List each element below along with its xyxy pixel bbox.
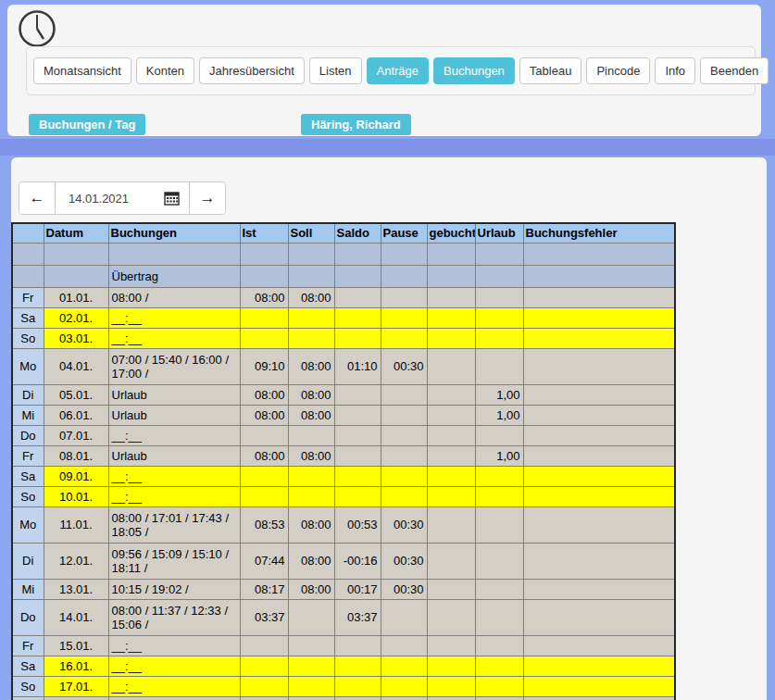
table-row: Mi13.01.10:15 / 19:02 /08:1708:0000:1700… — [12, 579, 675, 599]
bookings-cell[interactable]: 09:56 / 15:09 / 15:10 / 18:11 / — [108, 543, 240, 579]
table-row: Fr01.01.08:00 /08:0008:00 — [12, 287, 675, 307]
date-cell: 11.01. — [44, 506, 108, 543]
pause-cell — [381, 405, 427, 425]
urlaub-cell: 1,00 — [475, 384, 523, 405]
gebucht-cell — [427, 425, 475, 445]
pause-cell — [381, 307, 427, 328]
empty-cell — [12, 243, 44, 265]
soll-cell: 08:00 — [288, 579, 334, 599]
urlaub-cell: 1,00 — [475, 445, 523, 466]
gebucht-cell — [427, 486, 475, 506]
pause-cell — [381, 696, 427, 700]
toolbar-button-tableau[interactable]: Tableau — [519, 57, 582, 84]
toolbar-button-antr-ge[interactable]: Anträge — [367, 57, 430, 84]
column-header-ist: Ist — [240, 223, 288, 243]
empty-cell — [475, 243, 523, 265]
prev-day-button[interactable]: ← — [19, 182, 55, 214]
table-row: Di12.01.09:56 / 15:09 / 15:10 / 18:11 /0… — [12, 543, 675, 579]
uebertrag-cell: Übertrag — [108, 265, 240, 287]
toolbar-button-konten[interactable]: Konten — [136, 57, 194, 84]
toolbar-button-info[interactable]: Info — [655, 57, 695, 84]
toolbar-button-listen[interactable]: Listen — [309, 57, 362, 84]
bookings-cell[interactable]: __:__ — [108, 656, 240, 676]
gebucht-cell — [427, 287, 475, 307]
toolbar-button-monatsansicht[interactable]: Monatsansicht — [33, 57, 131, 84]
saldo-cell — [334, 656, 381, 676]
bookings-cell[interactable]: Urlaub — [108, 405, 240, 425]
toolbar-button-buchungen[interactable]: Buchungen — [433, 57, 515, 84]
saldo-cell: 03:37 — [334, 599, 381, 635]
pause-cell — [381, 425, 427, 445]
date-cell: 08.01. — [44, 445, 108, 466]
day-cell: Mo — [12, 348, 44, 384]
bookings-cell[interactable]: __:__ — [108, 425, 240, 445]
urlaub-cell: 1,00 — [475, 405, 523, 425]
day-cell: Sa — [12, 656, 44, 676]
table-row: Fr15.01.__:__ — [12, 635, 675, 656]
day-cell: Di — [12, 543, 44, 579]
gebucht-cell — [427, 466, 475, 486]
day-cell: So — [12, 328, 44, 348]
user-chip[interactable]: Häring, Richard — [301, 114, 411, 135]
date-cell: 18.01. — [44, 696, 108, 700]
fehler-cell — [523, 425, 675, 445]
fehler-cell — [523, 656, 675, 676]
bookings-cell[interactable]: Urlaub — [108, 384, 240, 405]
table-row: So10.01.__:__ — [12, 486, 675, 506]
gebucht-cell — [427, 348, 475, 384]
bookings-cell[interactable]: 08:00 / 17:01 / 17:43 / 18:05 / — [108, 506, 240, 543]
bookings-cell[interactable]: __:__ — [108, 676, 240, 696]
urlaub-cell — [475, 328, 523, 348]
fehler-cell — [523, 445, 675, 466]
date-cell: 04.01. — [44, 348, 108, 384]
day-cell: So — [12, 486, 44, 506]
soll-cell — [288, 635, 334, 656]
date-cell: 14.01. — [44, 599, 108, 635]
saldo-cell: 00:17 — [334, 579, 381, 599]
date-field[interactable]: 14.01.2021 — [55, 182, 190, 214]
bookings-cell[interactable]: Urlaub — [108, 445, 240, 466]
table-row: So03.01.__:__ — [12, 328, 675, 348]
next-day-button[interactable]: → — [190, 182, 225, 214]
toolbar-button-beenden[interactable]: Beenden — [700, 57, 769, 84]
empty-cell — [44, 265, 108, 287]
saldo-cell — [334, 425, 381, 445]
empty-cell — [12, 265, 44, 287]
calendar-icon[interactable] — [164, 191, 180, 206]
bookings-cell[interactable]: __:__ — [108, 307, 240, 328]
urlaub-cell — [475, 543, 523, 579]
table-row: Fr08.01.Urlaub08:0008:001,00 — [12, 445, 675, 466]
bookings-cell[interactable]: 08:00 / — [108, 287, 240, 307]
gebucht-cell — [427, 506, 475, 543]
soll-cell — [288, 307, 334, 328]
bookings-table: DatumBuchungenIstSollSaldoPausegebuchtUr… — [11, 222, 676, 700]
urlaub-cell — [475, 486, 523, 506]
column-header-urlaub: Urlaub — [475, 223, 523, 243]
table-row: Mi06.01.Urlaub08:0008:001,00 — [12, 405, 675, 425]
view-mode-chip[interactable]: Buchungen / Tag — [29, 114, 145, 135]
urlaub-cell — [475, 506, 523, 543]
ist-cell: 08:00 — [240, 384, 288, 405]
bookings-cell[interactable]: 07:00 / 15:40 / 16:00 / 17:00 / — [108, 348, 240, 384]
gebucht-cell — [427, 656, 475, 676]
bookings-cell[interactable]: __:__ — [108, 466, 240, 486]
bookings-cell[interactable]: __:__ — [108, 486, 240, 506]
column-header-saldo: Saldo — [334, 223, 381, 243]
soll-cell: 08:00 — [288, 506, 334, 543]
bookings-cell[interactable]: __:__ — [108, 635, 240, 656]
bookings-cell[interactable] — [108, 696, 240, 700]
urlaub-cell — [475, 287, 523, 307]
column-header-datum: Datum — [44, 223, 108, 243]
ist-cell: 08:00 — [240, 405, 288, 425]
toolbar-button-pincode[interactable]: Pincode — [586, 57, 650, 84]
fehler-cell — [523, 506, 675, 543]
fehler-cell — [523, 466, 675, 486]
day-cell: Fr — [12, 445, 44, 466]
divider-stripe — [0, 139, 775, 156]
bookings-cell[interactable]: 10:15 / 19:02 / — [108, 579, 240, 599]
bookings-cell[interactable]: 08:00 / 11:37 / 12:33 / 15:06 / — [108, 599, 240, 635]
day-cell: Mi — [12, 579, 44, 599]
bookings-cell[interactable]: __:__ — [108, 328, 240, 348]
toolbar-button-jahres-bersicht[interactable]: Jahresübersicht — [199, 57, 305, 84]
pause-cell: 00:30 — [381, 506, 427, 543]
